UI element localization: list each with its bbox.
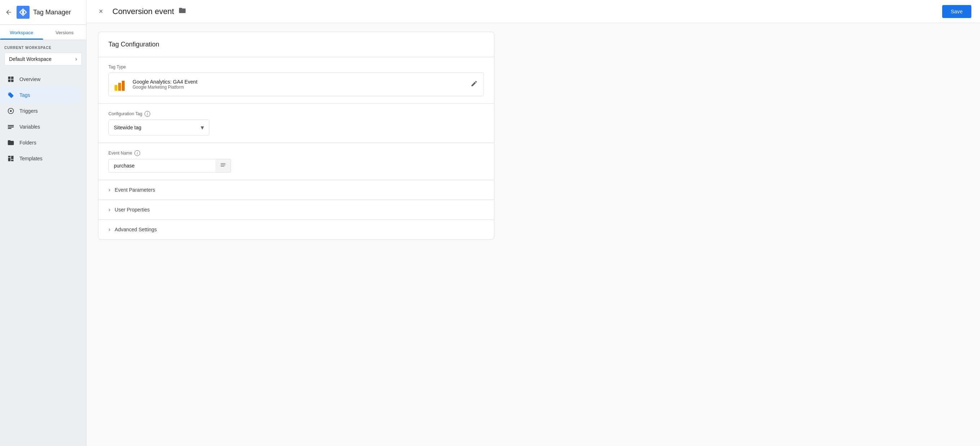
folders-icon bbox=[7, 139, 14, 146]
sidebar-item-templates[interactable]: Templates bbox=[0, 151, 82, 166]
sidebar-item-label: Tags bbox=[19, 92, 30, 98]
tag-type-label: Tag Type bbox=[108, 64, 484, 70]
svg-rect-10 bbox=[221, 166, 224, 167]
variable-button[interactable] bbox=[215, 159, 231, 172]
workspace-selector[interactable]: Default Workspace › bbox=[4, 53, 82, 65]
event-parameters-section: › Event Parameters bbox=[99, 180, 494, 199]
tab-versions[interactable]: Versions bbox=[43, 25, 86, 40]
gtm-logo bbox=[17, 6, 30, 19]
advanced-settings-section: › Advanced Settings bbox=[99, 220, 494, 239]
sidebar-item-label: Templates bbox=[19, 156, 43, 161]
advanced-settings-toggle[interactable]: › Advanced Settings bbox=[99, 220, 494, 239]
tab-workspace[interactable]: Workspace bbox=[0, 25, 43, 40]
tag-type-section: Tag Type Google Analytics: GA4 Event Goo… bbox=[99, 57, 494, 104]
sidebar-item-tags[interactable]: Tags bbox=[0, 87, 82, 103]
dialog-body: Tag Configuration Tag Type Google Anal bbox=[86, 23, 980, 446]
event-name-section: Event Name i bbox=[99, 143, 494, 180]
sidebar-item-triggers[interactable]: Triggers bbox=[0, 103, 82, 119]
nav-list: Overview Tags Triggers bbox=[0, 68, 86, 446]
sidebar-item-variables[interactable]: Variables bbox=[0, 119, 82, 135]
workspace-section: CURRENT WORKSPACE Default Workspace › bbox=[0, 40, 86, 68]
dialog-header: × Conversion event Save bbox=[86, 0, 980, 23]
workspace-label: CURRENT WORKSPACE bbox=[4, 46, 82, 50]
config-tag-value: Sitewide tag bbox=[114, 125, 141, 131]
sidebar-header: Tag Manager bbox=[0, 0, 86, 25]
tag-config-card: Tag Configuration Tag Type Google Anal bbox=[98, 32, 494, 240]
event-name-input[interactable] bbox=[108, 159, 215, 172]
variables-icon bbox=[7, 123, 14, 131]
sidebar-item-label: Variables bbox=[19, 124, 40, 130]
sidebar-item-label: Overview bbox=[19, 76, 40, 82]
dropdown-arrow-icon: ▾ bbox=[201, 124, 204, 132]
svg-rect-3 bbox=[22, 10, 24, 14]
svg-rect-11 bbox=[221, 163, 226, 164]
workspace-name: Default Workspace bbox=[9, 56, 51, 62]
sidebar-item-label: Triggers bbox=[19, 108, 38, 114]
config-tag-label: Configuration Tag i bbox=[108, 111, 484, 117]
close-button[interactable]: × bbox=[95, 6, 107, 17]
event-name-label: Event Name i bbox=[108, 150, 484, 156]
chevron-icon: › bbox=[108, 186, 110, 193]
save-button[interactable]: Save bbox=[942, 5, 971, 18]
tag-info: Google Analytics: GA4 Event Google Marke… bbox=[133, 79, 466, 90]
dialog-title: Conversion event bbox=[112, 6, 942, 16]
sidebar-item-overview[interactable]: Overview bbox=[0, 71, 82, 87]
chevron-icon2: › bbox=[108, 206, 110, 213]
user-properties-section: › User Properties bbox=[99, 199, 494, 220]
config-tag-dropdown[interactable]: Sitewide tag ▾ bbox=[108, 119, 209, 135]
overview-icon bbox=[7, 76, 14, 83]
help-icon[interactable]: i bbox=[145, 111, 150, 117]
folder-icon bbox=[178, 6, 186, 16]
sidebar-item-folders[interactable]: Folders bbox=[0, 135, 82, 151]
sidebar-tabs: Workspace Versions bbox=[0, 25, 86, 40]
tag-type-selector[interactable]: Google Analytics: GA4 Event Google Marke… bbox=[108, 72, 484, 96]
sidebar-item-label: Folders bbox=[19, 140, 37, 145]
event-parameters-toggle[interactable]: › Event Parameters bbox=[99, 180, 494, 199]
card-header: Tag Configuration bbox=[99, 32, 494, 57]
event-input-row bbox=[108, 159, 231, 172]
tag-subtitle: Google Marketing Platform bbox=[133, 84, 466, 90]
svg-rect-8 bbox=[8, 128, 11, 129]
svg-rect-9 bbox=[221, 165, 226, 166]
tag-name: Google Analytics: GA4 Event bbox=[133, 79, 466, 84]
edit-icon[interactable] bbox=[471, 80, 478, 89]
svg-rect-7 bbox=[8, 126, 14, 127]
triggers-icon bbox=[7, 107, 14, 115]
user-properties-toggle[interactable]: › User Properties bbox=[99, 200, 494, 220]
app-title: Tag Manager bbox=[33, 9, 71, 16]
dialog-overlay: × Conversion event Save Tag Configuratio… bbox=[86, 0, 980, 446]
svg-point-5 bbox=[10, 110, 12, 112]
tags-icon bbox=[7, 91, 14, 99]
config-tag-section: Configuration Tag i Sitewide tag ▾ bbox=[99, 104, 494, 143]
svg-rect-6 bbox=[8, 125, 14, 126]
help-icon2[interactable]: i bbox=[134, 150, 140, 156]
sidebar: Tag Manager Workspace Versions CURRENT W… bbox=[0, 0, 86, 446]
card-title: Tag Configuration bbox=[108, 41, 159, 48]
chevron-icon3: › bbox=[108, 226, 110, 233]
templates-icon bbox=[7, 155, 14, 162]
chevron-right-icon: › bbox=[75, 56, 77, 62]
ga4-icon bbox=[115, 78, 127, 91]
back-button[interactable] bbox=[4, 8, 13, 17]
